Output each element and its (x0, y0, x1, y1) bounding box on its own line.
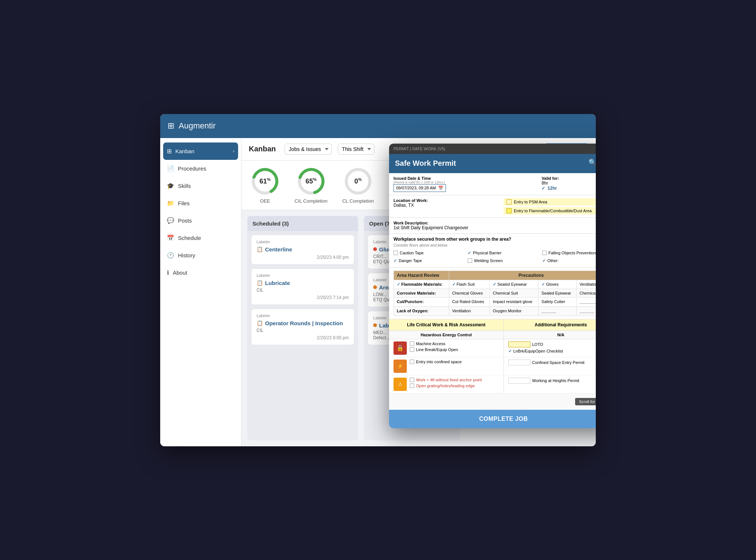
psm-checkbox[interactable] (506, 199, 512, 205)
confined-permit-label: Confined Space Entry Permit (532, 360, 585, 365)
table-row[interactable]: Labeler 📋 Centerline 2/20/23 4:00 pm (251, 235, 354, 265)
modal-header: Safe Work Permit 🔍 A (389, 154, 596, 173)
status-dot-red (373, 247, 377, 251)
machine-access-checkbox[interactable] (410, 341, 414, 346)
table-row: 🔒 Machine Access Line Break/Equip Open (389, 339, 596, 357)
schedule-icon: 📅 (167, 234, 174, 241)
caution-tape-checkbox[interactable] (394, 251, 398, 255)
status-dot-orange (373, 323, 377, 327)
sidebar-label-about: About (173, 269, 187, 276)
card-label: Labeler (257, 240, 349, 244)
falling-objects-checkbox[interactable] (542, 251, 547, 255)
grating-checkbox[interactable] (410, 384, 414, 388)
line-break-label: Line Break/Equip Open (416, 347, 458, 352)
table-row: Cut/Puncture: Cut Rated Gloves Impact re… (394, 297, 596, 306)
life-right-2: Confined Space Entry Permit (504, 357, 596, 375)
skills-icon: 🎓 (167, 182, 174, 189)
life-critical-section: Life Critical Work & Risk Assessment Add… (389, 319, 596, 410)
life-left-2: ⚡ Entry into confined space (389, 357, 504, 375)
cl-donut: 0% (343, 166, 373, 196)
issued-sublabel: (Permit is valid for 1 shift or 12hrs.) (394, 181, 537, 184)
shift-dropdown[interactable]: This Shift (338, 144, 374, 155)
card-date: 2/20/23 4:00 pm (257, 255, 349, 260)
hazard-flammable: ✓ Flammable Materials: (394, 280, 449, 289)
danger-tape-label: Danger Tape (399, 258, 422, 263)
status-dot-orange (373, 285, 377, 289)
jobs-issues-dropdown[interactable]: Jobs & Issues (285, 144, 332, 155)
about-icon: ℹ (167, 269, 169, 276)
precaution-ventilation: Ventilation (577, 280, 596, 289)
modal-body[interactable]: Issued Date & Time (Permit is valid for … (389, 173, 596, 428)
top-bar: ⊞ Augmentir (160, 114, 596, 138)
sidebar-label-history: History (178, 252, 195, 258)
precaution-blank2 (538, 306, 576, 316)
loto-label: LOTO (532, 342, 543, 347)
life-left-1: 🔒 Machine Access Line Break/Equip Open (389, 339, 504, 357)
sidebar-item-procedures[interactable]: 📄 Procedures (160, 160, 241, 177)
table-row[interactable]: Labeler 📋 Operator Rounds | Inspection C… (251, 309, 354, 345)
sidebar-item-posts[interactable]: 💬 Posts (160, 212, 241, 229)
sidebar-item-kanban[interactable]: ⊞ Kanban › (163, 142, 238, 160)
hazard-review-section: Area Hazard Review Precautions ✓ Flammab (389, 268, 596, 319)
location-opt1: Entry to PSM Area (514, 200, 547, 204)
precaution-sealed-eyewear2: Sealed Eyewear (538, 289, 576, 297)
cil-value: 65% (306, 177, 317, 185)
line-break-checkbox[interactable] (410, 347, 414, 352)
work-desc-label: Work Description: (394, 221, 596, 225)
location-row: Location of Work: Dallas, TX Entry to PS… (389, 195, 596, 218)
card-sub: CIL (257, 288, 349, 293)
valid-8hr-option[interactable]: 8hr (542, 181, 596, 186)
sidebar-item-schedule[interactable]: 📅 Schedule (160, 229, 241, 247)
precautions-header: Precautions (449, 271, 596, 280)
issued-date-input[interactable]: 09/07/2023, 09:28 AM 📅 (394, 184, 446, 192)
valid-12hr-option[interactable]: ✓ 12hr (542, 186, 596, 191)
issued-value: 09/07/2023, 09:28 AM (396, 186, 436, 190)
hazard-oxygen: Lack of Oxygen: (394, 306, 449, 316)
sidebar-item-about[interactable]: ℹ About (160, 264, 241, 281)
valid-for-section: Valid for: 8hr ✓ 12hr (542, 176, 596, 191)
card-sub: CIL (257, 328, 349, 333)
sidebar-label-kanban: Kanban (175, 148, 195, 154)
life-sub-header: Hazardous Energy Control N/A (389, 331, 596, 339)
clipboard-icon: 📋 (257, 246, 263, 252)
list-item: Caution Tape (394, 250, 465, 257)
card-title: 📋 Centerline (257, 246, 349, 252)
table-row[interactable]: Labeler 📋 Lubricate CIL 2/20/23 7:14 pm (251, 268, 354, 305)
heights-checkbox[interactable] (410, 378, 414, 382)
modal-header-icons: 🔍 A (588, 158, 596, 169)
check-icon: ✓ (542, 186, 545, 191)
confined-space-checkbox[interactable] (410, 360, 414, 364)
consider-label: Consider floors above and below. (394, 243, 596, 247)
scheduled-column: Scheduled (3) Labeler 📋 Centerline 2/20/… (247, 216, 358, 440)
card-title: 📋 Operator Rounds | Inspection (257, 320, 349, 326)
precaution-gloves: ✓ Gloves (538, 280, 576, 289)
sidebar-item-history[interactable]: 🕐 History (160, 247, 241, 264)
lnbrk-check: ✓ (508, 349, 512, 354)
hazard-table: Area Hazard Review Precautions ✓ Flammab (394, 271, 596, 316)
app-title: Augmentir (179, 121, 216, 131)
card-date: 2/20/23 8:00 pm (257, 335, 349, 340)
sidebar: ⊞ Kanban › 📄 Procedures 🎓 Skills 📁 Files… (160, 138, 241, 446)
welding-screen-checkbox[interactable] (468, 258, 472, 263)
kanban-icon: ⊞ (167, 148, 172, 155)
life-critical-header: Life Critical Work & Risk Assessment Add… (389, 319, 596, 331)
flammable-checkbox[interactable] (506, 208, 512, 213)
physical-barrier-label: Physical Barrier (473, 251, 501, 255)
list-item: Falling Objects Prevention (542, 250, 596, 257)
modal-topbar: PERMIT | SAFE WORK (V5) ⤢ 📶 (389, 144, 596, 154)
permit-topbar-label: PERMIT | SAFE WORK (V5) (394, 147, 445, 151)
location-left: Location of Work: Dallas, TX (394, 198, 504, 214)
sidebar-item-skills[interactable]: 🎓 Skills (160, 177, 241, 195)
permit-title: Safe Work Permit (395, 159, 456, 168)
welding-screen-label: Welding Screen (474, 258, 502, 263)
search-icon[interactable]: 🔍 (588, 158, 596, 169)
complete-job-button[interactable]: COMPLETE JOB (389, 410, 596, 428)
card-label: Labeler (257, 313, 349, 318)
precaution-cut-gloves: Cut Rated Gloves (449, 297, 489, 306)
sidebar-item-files[interactable]: 📁 Files (160, 195, 241, 212)
machine-access-label: Machine Access (416, 341, 445, 346)
clipboard-icon: 📋 (257, 320, 263, 326)
life-items-2: Entry into confined space (410, 360, 499, 364)
list-item: Confined Space Entry Permit (508, 360, 596, 365)
precaution-oxygen-monitor: Oxygen Monitor (490, 306, 539, 316)
